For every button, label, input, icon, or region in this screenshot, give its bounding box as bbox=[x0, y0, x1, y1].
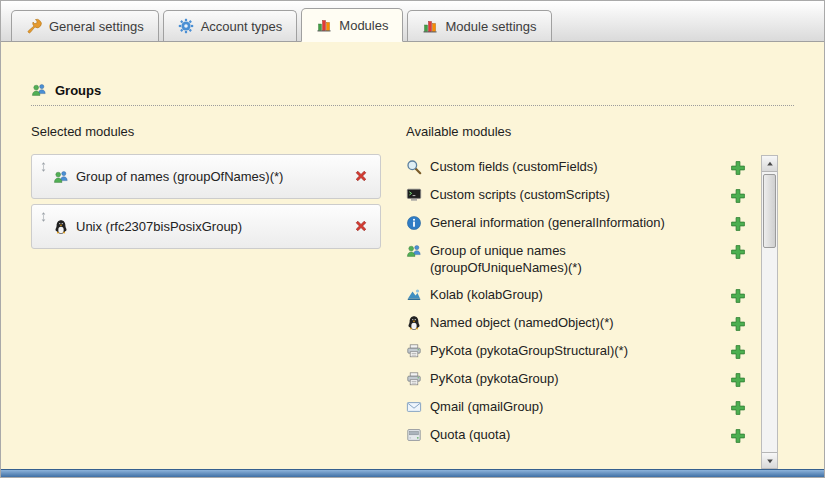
available-modules-heading: Available modules bbox=[406, 124, 794, 139]
add-icon bbox=[730, 288, 746, 304]
selected-modules-column: Selected modules Group of names (groupOf… bbox=[31, 124, 406, 450]
selected-module-label: Group of names (groupOfNames)(*) bbox=[76, 169, 283, 184]
drag-handle[interactable] bbox=[38, 160, 49, 177]
drag-icon bbox=[38, 160, 49, 174]
tab-label: Account types bbox=[201, 19, 283, 34]
tab[interactable]: Account types bbox=[163, 10, 298, 41]
chart-icon bbox=[316, 17, 332, 33]
add-module-button[interactable] bbox=[729, 372, 746, 389]
selected-module-row: Unix (rfc2307bisPosixGroup) bbox=[31, 204, 381, 249]
group-icon bbox=[406, 243, 422, 259]
drag-icon bbox=[38, 210, 49, 224]
delete-icon bbox=[353, 218, 369, 234]
printer-icon bbox=[406, 371, 422, 387]
scroll-down-icon bbox=[765, 456, 775, 466]
add-module-button[interactable] bbox=[729, 288, 746, 305]
available-module-label: Group of unique names (groupOfUniqueName… bbox=[430, 243, 688, 277]
tab-label: Modules bbox=[339, 18, 388, 33]
add-icon bbox=[730, 316, 746, 332]
add-icon bbox=[730, 428, 746, 444]
scroll-up-icon bbox=[765, 159, 775, 169]
section-title-text: Groups bbox=[55, 83, 101, 98]
selected-modules-heading: Selected modules bbox=[31, 124, 406, 139]
info-icon bbox=[406, 215, 422, 231]
available-module-row: Quota (quota) bbox=[406, 422, 746, 450]
add-module-button[interactable] bbox=[729, 160, 746, 177]
tux-icon bbox=[406, 315, 422, 331]
scroll-track[interactable] bbox=[762, 172, 777, 452]
add-icon bbox=[730, 160, 746, 176]
config-window: General settings Account types Modules M… bbox=[0, 0, 825, 478]
available-module-row: Qmail (qmailGroup) bbox=[406, 394, 746, 422]
wrench-icon bbox=[26, 18, 42, 34]
kolab-icon bbox=[406, 287, 422, 303]
tab-label: Module settings bbox=[445, 19, 536, 34]
available-module-label: PyKota (pykotaGroup) bbox=[430, 371, 559, 388]
available-module-row: General information (generalInformation) bbox=[406, 210, 746, 238]
available-module-row: Kolab (kolabGroup) bbox=[406, 282, 746, 310]
content-area: Groups Selected modules Group of names (… bbox=[1, 42, 824, 450]
add-icon bbox=[730, 244, 746, 260]
group-icon bbox=[53, 169, 69, 185]
scroll-thumb[interactable] bbox=[763, 174, 776, 248]
printer-icon bbox=[406, 343, 422, 359]
available-module-row: Group of unique names (groupOfUniqueName… bbox=[406, 238, 746, 282]
tux-icon bbox=[53, 219, 69, 235]
available-module-row: Custom scripts (customScripts) bbox=[406, 182, 746, 210]
add-icon bbox=[730, 372, 746, 388]
group-icon bbox=[31, 82, 47, 98]
add-module-button[interactable] bbox=[729, 316, 746, 333]
add-module-button[interactable] bbox=[729, 400, 746, 417]
tab-label: General settings bbox=[49, 19, 144, 34]
available-module-label: Quota (quota) bbox=[430, 427, 510, 444]
scroll-up-button[interactable] bbox=[762, 156, 777, 172]
mail-icon bbox=[406, 399, 422, 415]
section-heading: Groups bbox=[31, 82, 794, 106]
remove-module-button[interactable] bbox=[352, 218, 370, 236]
gear-icon bbox=[178, 18, 194, 34]
add-module-button[interactable] bbox=[729, 428, 746, 445]
available-module-label: Named object (namedObject)(*) bbox=[430, 315, 614, 332]
available-module-row: PyKota (pykotaGroupStructural)(*) bbox=[406, 338, 746, 366]
tab[interactable]: General settings bbox=[11, 10, 159, 41]
add-module-button[interactable] bbox=[729, 188, 746, 205]
modules-columns: Selected modules Group of names (groupOf… bbox=[31, 124, 794, 450]
available-module-row: Named object (namedObject)(*) bbox=[406, 310, 746, 338]
drag-handle[interactable] bbox=[38, 210, 49, 227]
scroll-down-button[interactable] bbox=[762, 452, 777, 468]
add-module-button[interactable] bbox=[729, 216, 746, 233]
available-module-row: PyKota (pykotaGroup) bbox=[406, 366, 746, 394]
available-module-label: PyKota (pykotaGroupStructural)(*) bbox=[430, 343, 628, 360]
add-icon bbox=[730, 344, 746, 360]
chart-icon bbox=[422, 18, 438, 34]
magnifier-icon bbox=[406, 159, 422, 175]
tab[interactable]: Modules bbox=[301, 8, 403, 42]
tab-bar: General settings Account types Modules M… bbox=[1, 1, 824, 42]
available-module-label: Custom fields (customFields) bbox=[430, 159, 598, 176]
remove-module-button[interactable] bbox=[352, 168, 370, 186]
selected-modules-list: Group of names (groupOfNames)(*) Unix (r… bbox=[31, 154, 406, 249]
available-module-label: Kolab (kolabGroup) bbox=[430, 287, 543, 304]
add-icon bbox=[730, 216, 746, 232]
tab[interactable]: Module settings bbox=[407, 10, 551, 41]
add-icon bbox=[730, 400, 746, 416]
footer-bar bbox=[1, 469, 824, 477]
selected-module-row: Group of names (groupOfNames)(*) bbox=[31, 154, 381, 199]
scrollbar[interactable] bbox=[761, 155, 778, 469]
delete-icon bbox=[353, 168, 369, 184]
add-module-button[interactable] bbox=[729, 244, 746, 261]
disk-icon bbox=[406, 427, 422, 443]
available-modules-list: Custom fields (customFields) Custom scri… bbox=[406, 154, 794, 450]
available-module-label: Qmail (qmailGroup) bbox=[430, 399, 543, 416]
selected-module-label: Unix (rfc2307bisPosixGroup) bbox=[76, 219, 242, 234]
available-module-row: Custom fields (customFields) bbox=[406, 154, 746, 182]
available-modules-column: Available modules Custom fields (customF… bbox=[406, 124, 794, 450]
add-icon bbox=[730, 188, 746, 204]
available-module-label: General information (generalInformation) bbox=[430, 215, 665, 232]
script-icon bbox=[406, 187, 422, 203]
available-module-label: Custom scripts (customScripts) bbox=[430, 187, 610, 204]
add-module-button[interactable] bbox=[729, 344, 746, 361]
